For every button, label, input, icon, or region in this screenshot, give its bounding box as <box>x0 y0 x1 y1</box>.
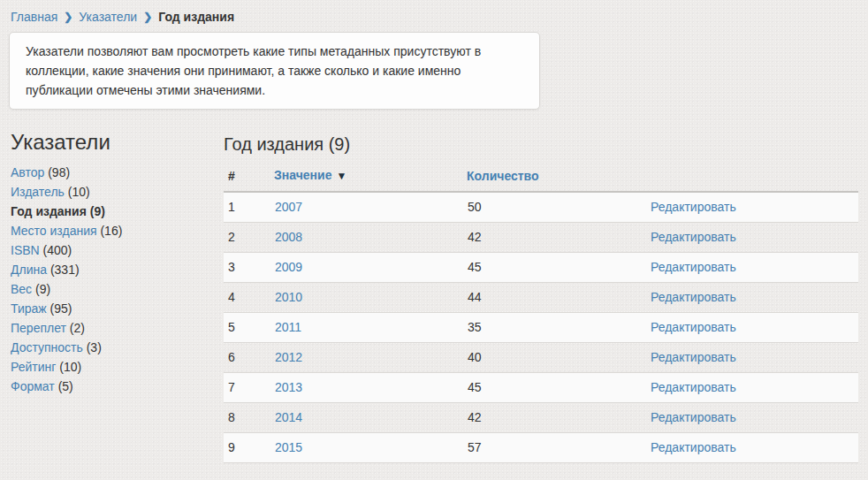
sidebar-item: Доступность (3) <box>11 341 224 354</box>
row-actions-cell: Редактировать <box>650 222 858 252</box>
row-count-cell: 50 <box>467 192 650 222</box>
sidebar-item: Переплет (2) <box>11 322 224 334</box>
row-value-link[interactable]: 2013 <box>275 380 302 394</box>
sidebar-item-link[interactable]: Переплет <box>11 321 66 335</box>
sidebar-item-link[interactable]: ISBN <box>11 243 40 257</box>
sidebar-item-count: (10) <box>59 360 81 374</box>
sidebar-title: Указатели <box>11 131 224 154</box>
sidebar-item-count: (2) <box>70 321 85 335</box>
row-edit-link[interactable]: Редактировать <box>651 440 736 454</box>
row-edit-link[interactable]: Редактировать <box>651 410 736 424</box>
sidebar-item-count: (10) <box>68 185 90 199</box>
sidebar-item-link[interactable]: Доступность <box>11 340 83 354</box>
breadcrumb-item-link[interactable]: Главная <box>11 10 57 24</box>
row-edit-link[interactable]: Редактировать <box>651 200 736 214</box>
table-row: 8201442Редактировать <box>224 402 858 432</box>
row-value-cell: 2010 <box>274 282 467 312</box>
table-header-row: # Значение▼ Количество <box>224 162 858 192</box>
column-header-index: # <box>224 162 274 192</box>
row-value-cell: 2008 <box>274 222 467 252</box>
row-value-cell: 2007 <box>274 192 467 222</box>
row-value-link[interactable]: 2007 <box>275 200 302 214</box>
row-count-cell: 40 <box>467 342 650 372</box>
sidebar-item-link[interactable]: Автор <box>11 165 44 179</box>
sidebar: Указатели Автор (98)Издатель (10)Год изд… <box>9 131 224 463</box>
column-header-value: Значение▼ <box>274 162 467 192</box>
sidebar-item-link[interactable]: Вес <box>11 282 32 296</box>
sidebar-item: Вес (9) <box>11 283 224 295</box>
sidebar-item: Издатель (10) <box>11 186 224 198</box>
row-index-cell: 2 <box>224 222 274 252</box>
sidebar-item: Тираж (95) <box>11 302 224 315</box>
row-value-link[interactable]: 2014 <box>275 410 302 424</box>
sidebar-item-count: (331) <box>50 263 80 277</box>
sidebar-item-link[interactable]: Тираж <box>11 301 47 316</box>
row-index-cell: 6 <box>224 342 274 372</box>
sidebar-item-count: (9) <box>35 282 50 296</box>
row-edit-link[interactable]: Редактировать <box>651 290 736 304</box>
breadcrumb: Главная❯Указатели❯Год издания <box>9 0 858 26</box>
sidebar-item: Год издания (9) <box>11 205 224 217</box>
row-value-cell: 2011 <box>274 312 467 342</box>
row-value-cell: 2009 <box>274 252 467 282</box>
sidebar-item-link[interactable]: Длина <box>11 263 47 277</box>
row-value-link[interactable]: 2010 <box>275 290 302 304</box>
table-row: 3200945Редактировать <box>224 252 858 282</box>
row-value-cell: 2014 <box>274 402 467 432</box>
row-value-link[interactable]: 2015 <box>275 440 302 454</box>
sidebar-item: ISBN (400) <box>11 244 224 256</box>
row-count-cell: 57 <box>467 432 650 462</box>
breadcrumb-item-link[interactable]: Указатели <box>79 10 137 24</box>
sidebar-item-link[interactable]: Рейтинг <box>11 360 56 374</box>
row-index-cell: 8 <box>224 402 274 432</box>
sidebar-item-count: (95) <box>50 301 72 316</box>
sort-by-value-link[interactable]: Значение <box>274 168 331 182</box>
sidebar-item-count: (5) <box>58 379 73 393</box>
row-count-cell: 45 <box>467 252 650 282</box>
main-panel: Год издания (9) # Значение▼ Количество <box>224 131 858 463</box>
row-value-link[interactable]: 2008 <box>275 230 302 244</box>
row-value-cell: 2015 <box>274 432 467 462</box>
table-row: 7201345Редактировать <box>224 372 858 402</box>
row-edit-link[interactable]: Редактировать <box>651 350 736 364</box>
row-value-link[interactable]: 2009 <box>275 260 302 274</box>
sidebar-item-count: (400) <box>43 243 72 257</box>
row-edit-link[interactable]: Редактировать <box>651 260 736 274</box>
row-value-cell: 2013 <box>274 372 467 402</box>
row-actions-cell: Редактировать <box>650 402 858 432</box>
sort-by-count-link[interactable]: Количество <box>467 169 539 183</box>
column-header-actions <box>650 162 858 192</box>
table-row: 1200750Редактировать <box>224 192 858 222</box>
row-count-cell: 45 <box>467 372 650 402</box>
sidebar-item: Рейтинг (10) <box>11 361 224 373</box>
row-edit-link[interactable]: Редактировать <box>651 320 736 334</box>
sort-desc-icon[interactable]: ▼ <box>336 170 346 182</box>
sidebar-item-link[interactable]: Место издания <box>11 224 97 238</box>
row-edit-link[interactable]: Редактировать <box>651 230 736 244</box>
table-row: 5201135Редактировать <box>224 312 858 342</box>
row-index-cell: 4 <box>224 282 274 312</box>
table-row: 9201557Редактировать <box>224 432 858 462</box>
sidebar-item-count: (98) <box>48 165 70 179</box>
row-actions-cell: Редактировать <box>650 312 858 342</box>
row-actions-cell: Редактировать <box>650 282 858 312</box>
table-row: 4201044Редактировать <box>224 282 858 312</box>
sidebar-item-link[interactable]: Год издания <box>11 204 87 218</box>
row-actions-cell: Редактировать <box>650 192 858 222</box>
sidebar-list: Автор (98)Издатель (10)Год издания (9)Ме… <box>11 166 224 392</box>
row-index-cell: 3 <box>224 252 274 282</box>
sidebar-item-link[interactable]: Формат <box>11 379 55 393</box>
row-actions-cell: Редактировать <box>650 372 858 402</box>
sidebar-item-count: (3) <box>87 340 102 354</box>
breadcrumb-separator-icon: ❯ <box>143 11 152 23</box>
sidebar-item-link[interactable]: Издатель <box>11 185 65 199</box>
row-count-cell: 35 <box>467 312 650 342</box>
row-edit-link[interactable]: Редактировать <box>651 380 736 394</box>
column-header-count: Количество <box>467 162 650 192</box>
breadcrumb-item-current: Год издания <box>158 10 234 24</box>
row-value-link[interactable]: 2011 <box>275 320 301 334</box>
row-index-cell: 7 <box>224 372 274 402</box>
row-value-link[interactable]: 2012 <box>275 350 302 364</box>
sidebar-item: Длина (331) <box>11 263 224 276</box>
row-actions-cell: Редактировать <box>650 342 858 372</box>
